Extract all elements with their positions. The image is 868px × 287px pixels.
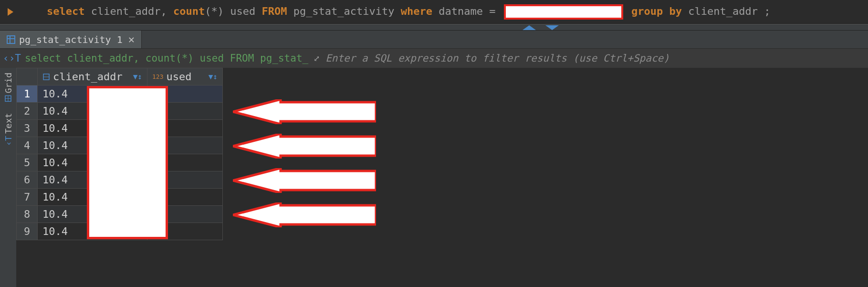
corner-cell[interactable] xyxy=(17,68,38,85)
table-row[interactable]: 810.429 xyxy=(17,206,223,223)
row-number[interactable]: 1 xyxy=(17,85,38,103)
column-header-used[interactable]: 123 used ▼↕ xyxy=(147,68,223,85)
column-header-client-addr[interactable]: client_addr ▼↕ xyxy=(38,68,147,85)
cell-used[interactable]: 32 xyxy=(147,103,223,120)
row-number[interactable]: 3 xyxy=(17,120,38,137)
table-row[interactable]: 110.428 xyxy=(17,85,223,103)
kw-group-by: group by xyxy=(631,5,682,17)
svg-rect-0 xyxy=(7,36,15,43)
grid-icon xyxy=(5,95,11,102)
cell-client-addr[interactable]: 10.4 xyxy=(38,206,147,223)
cell-client-addr[interactable]: 10.4 xyxy=(38,154,147,171)
row-number[interactable]: 6 xyxy=(17,171,38,189)
kw-from: FROM xyxy=(261,5,287,17)
table-row[interactable]: 510.429 xyxy=(17,154,223,171)
annotation-arrow-icon xyxy=(233,99,376,124)
column-type-icon xyxy=(42,73,50,81)
number-type-icon: 123 xyxy=(152,73,163,80)
tab-title: pg_stat_activity 1 xyxy=(19,34,123,45)
table-row[interactable]: 210.432 xyxy=(17,103,223,120)
cell-client-addr[interactable]: 10.4 xyxy=(38,189,147,206)
cell-client-addr[interactable]: 10.4 xyxy=(38,137,147,154)
cell-client-addr[interactable]: 10.4 xyxy=(38,223,147,240)
tab-close-icon[interactable]: ✕ xyxy=(128,33,135,45)
kw-select: select xyxy=(47,5,84,17)
sidetab-grid[interactable]: Grid xyxy=(2,70,14,105)
row-number[interactable]: 4 xyxy=(17,137,38,154)
table-row[interactable]: 710.42 xyxy=(17,189,223,206)
filter-sort-icon[interactable]: ▼↕ xyxy=(133,72,142,81)
table-row[interactable]: 910.429 xyxy=(17,223,223,240)
annotation-arrow-icon xyxy=(233,134,376,159)
cell-client-addr[interactable]: 10.4 xyxy=(38,120,147,137)
row-number[interactable]: 2 xyxy=(17,103,38,120)
tab-pg-stat-activity[interactable]: pg_stat_activity 1 ✕ xyxy=(0,31,142,48)
result-view-tabs: Grid ‹T Text xyxy=(0,68,16,287)
cell-used[interactable]: 2 xyxy=(147,189,223,206)
cell-used[interactable]: 30 xyxy=(147,171,223,189)
filter-input[interactable]: Enter a SQL expression to filter results… xyxy=(324,53,868,64)
sidetab-text[interactable]: ‹T Text xyxy=(2,110,14,149)
result-grid[interactable]: client_addr ▼↕ 123 used ▼↕ 110.428210.43… xyxy=(16,68,223,240)
sql-summary-icon[interactable]: ‹›T xyxy=(3,53,21,64)
expand-query-icon[interactable]: ⤢ xyxy=(308,54,324,63)
result-tabbar: pg_stat_activity 1 ✕ xyxy=(0,31,868,49)
cell-used[interactable]: 29 xyxy=(147,154,223,171)
run-query-icon[interactable] xyxy=(8,8,13,16)
table-icon xyxy=(7,35,15,44)
cell-used[interactable]: 4 xyxy=(147,137,223,154)
result-grid-wrap: client_addr ▼↕ 123 used ▼↕ 110.428210.43… xyxy=(16,68,868,287)
annotation-arrow-icon xyxy=(233,202,376,227)
cell-used[interactable]: 27 xyxy=(147,120,223,137)
row-number[interactable]: 7 xyxy=(17,189,38,206)
panel-divider[interactable] xyxy=(0,24,868,31)
kw-count: count xyxy=(173,5,205,17)
cell-used[interactable]: 29 xyxy=(147,206,223,223)
cell-client-addr[interactable]: 10.4 xyxy=(38,85,147,103)
annotation-arrow-icon xyxy=(233,168,376,193)
cell-used[interactable]: 28 xyxy=(147,85,223,103)
row-number[interactable]: 5 xyxy=(17,154,38,171)
kw-where: where xyxy=(401,5,432,17)
row-number[interactable]: 8 xyxy=(17,206,38,223)
collapse-down-icon[interactable] xyxy=(545,25,559,30)
collapse-up-icon[interactable] xyxy=(523,25,536,30)
query-summary[interactable]: select client_addr, count(*) used FROM p… xyxy=(25,53,308,64)
cell-used[interactable]: 29 xyxy=(147,223,223,240)
sql-editor[interactable]: select client_addr, count(*) used FROM p… xyxy=(0,0,868,24)
cell-client-addr[interactable]: 10.4 xyxy=(38,171,147,189)
text-icon: ‹T xyxy=(3,136,13,147)
table-row[interactable]: 610.430 xyxy=(17,171,223,189)
redacted-value xyxy=(504,4,623,20)
sql-text[interactable]: select client_addr, count(*) used FROM p… xyxy=(47,4,770,20)
filter-bar: ‹›T select client_addr, count(*) used FR… xyxy=(0,49,868,68)
filter-sort-icon[interactable]: ▼↕ xyxy=(209,72,218,81)
table-row[interactable]: 410.44 xyxy=(17,137,223,154)
row-number[interactable]: 9 xyxy=(17,223,38,240)
table-row[interactable]: 310.427 xyxy=(17,120,223,137)
cell-client-addr[interactable]: 10.4 xyxy=(38,103,147,120)
